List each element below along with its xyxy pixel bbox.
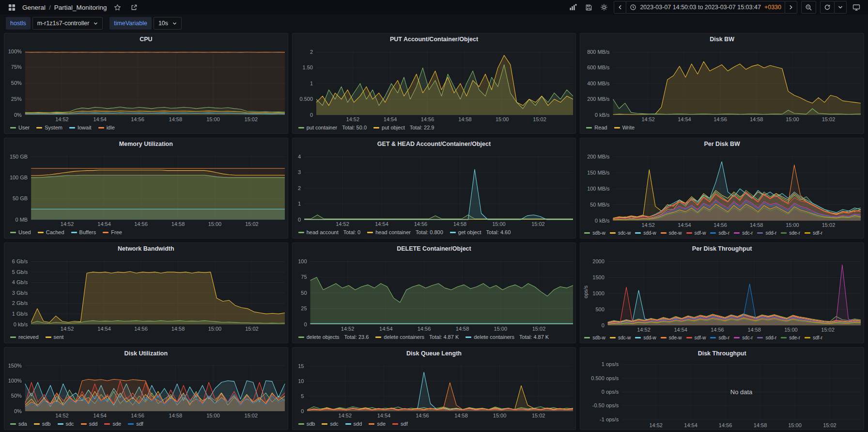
- panel-header[interactable]: Network Bandwidth: [4, 243, 288, 255]
- legend-item[interactable]: sde-r: [781, 335, 800, 340]
- legend-item[interactable]: sde: [104, 421, 121, 427]
- legend-item[interactable]: Write: [614, 125, 635, 130]
- panel-header[interactable]: Disk Throughput: [580, 348, 864, 359]
- dashboard-settings-button[interactable]: [598, 1, 610, 13]
- chart-svg[interactable]: 0%25%50%75%100%14:5214:5414:5614:5815:00…: [6, 45, 288, 124]
- chart-area[interactable]: 0 MB50 GB100 GB150 GB14:5214:5414:5614:5…: [4, 150, 288, 228]
- refresh-interval-dropdown[interactable]: [834, 1, 847, 14]
- zoom-out-time-button[interactable]: [801, 1, 816, 14]
- legend-item[interactable]: User: [10, 125, 30, 130]
- legend-item[interactable]: sde-w: [661, 335, 682, 340]
- chart-area[interactable]: 025507510014:5214:5414:5614:5815:0015:02: [293, 255, 576, 333]
- chart-area[interactable]: -1 ops/s-0.50 ops/s0 ops/s0.500 ops/s1 o…: [580, 359, 864, 430]
- panel-header[interactable]: Disk Utilization: [4, 348, 288, 359]
- chart-area[interactable]: 0 kb/s1 Gb/s2 Gb/s3 Gb/s4 Gb/s5 Gb/s6 Gb…: [4, 255, 288, 333]
- add-panel-button[interactable]: [567, 1, 579, 13]
- time-shift-back-button[interactable]: [614, 1, 626, 14]
- legend-item[interactable]: Buffers: [71, 229, 96, 235]
- legend-item[interactable]: put objectTotal: 22.9: [373, 125, 434, 130]
- chart-svg[interactable]: -1 ops/s-0.50 ops/s0 ops/s0.500 ops/s1 o…: [582, 359, 864, 430]
- tv-kiosk-mode-button[interactable]: [851, 1, 862, 13]
- chart-svg[interactable]: 025507510014:5214:5414:5614:5815:0015:02: [294, 255, 576, 333]
- panel-header[interactable]: Disk Queue Length: [293, 348, 576, 359]
- chart-area[interactable]: 0%25%50%75%100%14:5214:5414:5614:5815:00…: [4, 45, 288, 124]
- chart-svg[interactable]: 0 kB/s200 MB/s400 MB/s600 MB/s800 MB/s14…: [582, 45, 864, 124]
- legend-item[interactable]: delete containersTotal: 4.87 K: [375, 334, 459, 340]
- breadcrumb-section[interactable]: General: [22, 4, 46, 11]
- legend-item[interactable]: sdb-w: [584, 230, 605, 236]
- chart-svg[interactable]: 0 MB50 GB100 GB150 GB14:5214:5414:5614:5…: [6, 150, 288, 228]
- variable-value-dropdown[interactable]: 10s: [154, 17, 182, 30]
- legend-item[interactable]: sdc-r: [734, 230, 753, 236]
- chart-area[interactable]: 0 kB/s50 MB/s100 MB/s150 MB/s200 MB/s14:…: [580, 150, 864, 229]
- chart-area[interactable]: 0 kB/s200 MB/s400 MB/s600 MB/s800 MB/s14…: [580, 45, 864, 124]
- panel-header[interactable]: Disk BW: [580, 33, 864, 45]
- chart-area[interactable]: 0123414:5214:5414:5614:5815:0015:02: [293, 150, 576, 228]
- share-dashboard-button[interactable]: [128, 1, 140, 13]
- legend-item[interactable]: get objectTotal: 4.60: [450, 229, 511, 235]
- legend-item[interactable]: sdd-w: [635, 230, 656, 236]
- refresh-dashboard-button[interactable]: [820, 1, 835, 14]
- legend-item[interactable]: sdd: [81, 421, 98, 427]
- chart-svg[interactable]: 0%50%100%150%14:5214:5414:5614:5815:0015…: [6, 359, 288, 420]
- panel-header[interactable]: DELETE Container/Object: [293, 243, 576, 255]
- panel-header[interactable]: Memory Utilization: [4, 138, 288, 150]
- legend-item[interactable]: System: [36, 125, 62, 130]
- legend-item[interactable]: sdb: [34, 421, 51, 427]
- legend-item[interactable]: sde-r: [781, 230, 800, 236]
- legend-item[interactable]: Free: [103, 229, 122, 235]
- legend-item[interactable]: idle: [98, 125, 115, 130]
- legend-item[interactable]: sdb-r: [710, 335, 729, 340]
- legend-item[interactable]: sdc-r: [734, 335, 753, 340]
- chart-svg[interactable]: 05101514:5214:5414:5614:5815:0015:02: [294, 359, 576, 420]
- legend-item[interactable]: head containerTotal: 0.800: [367, 229, 443, 235]
- legend-item[interactable]: sent: [46, 334, 64, 340]
- legend-item[interactable]: sdc-w: [610, 335, 631, 340]
- legend-item[interactable]: sdd-r: [757, 230, 776, 236]
- chart-area[interactable]: 00.50011.50214:5214:5414:5614:5815:0015:…: [293, 45, 576, 124]
- legend-item[interactable]: sdd: [345, 421, 362, 427]
- legend-item[interactable]: Cached: [38, 229, 64, 235]
- time-shift-forward-button[interactable]: [785, 1, 797, 14]
- save-dashboard-button[interactable]: [583, 1, 594, 13]
- legend-item[interactable]: recieved: [10, 334, 39, 340]
- legend-item[interactable]: sdf-w: [686, 230, 706, 236]
- legend-item[interactable]: sdf: [392, 421, 408, 427]
- chart-area[interactable]: 0%50%100%150%14:5214:5414:5614:5815:0015…: [4, 359, 288, 420]
- legend-item[interactable]: sdf: [128, 421, 143, 427]
- legend-item[interactable]: sdf-r: [805, 335, 822, 340]
- panel-header[interactable]: Per Disk BW: [580, 138, 864, 150]
- legend-item[interactable]: sdc: [322, 421, 338, 427]
- legend-item[interactable]: sdf-w: [686, 335, 706, 340]
- legend-item[interactable]: Iowait: [69, 125, 92, 130]
- legend-item[interactable]: sdd-r: [757, 335, 776, 340]
- legend-item[interactable]: sdd-w: [635, 335, 656, 340]
- legend-item[interactable]: Read: [586, 125, 607, 130]
- legend-item[interactable]: sdc-w: [610, 230, 631, 236]
- legend-item[interactable]: sdb-r: [710, 230, 729, 236]
- chart-area[interactable]: 050010001500200014:5214:5414:5614:5815:0…: [580, 255, 864, 334]
- dashboards-menu-button[interactable]: [6, 1, 17, 13]
- variable-value-dropdown[interactable]: m-r1z1s7-controller: [32, 17, 103, 30]
- chart-svg[interactable]: 050010001500200014:5214:5414:5614:5815:0…: [582, 255, 864, 334]
- panel-header[interactable]: GET & HEAD Account/Container/Object: [293, 138, 576, 150]
- legend-item[interactable]: sdc: [58, 421, 74, 427]
- chart-svg[interactable]: 00.50011.50214:5214:5414:5614:5815:0015:…: [294, 45, 576, 124]
- legend-item[interactable]: sdf-r: [805, 230, 822, 236]
- legend-item[interactable]: sde: [369, 421, 386, 427]
- chart-svg[interactable]: 0 kb/s1 Gb/s2 Gb/s3 Gb/s4 Gb/s5 Gb/s6 Gb…: [6, 255, 288, 333]
- chart-area[interactable]: 05101514:5214:5414:5614:5815:0015:02: [293, 359, 576, 420]
- favorite-star-button[interactable]: [112, 1, 124, 13]
- legend-item[interactable]: sda: [10, 421, 27, 427]
- chart-svg[interactable]: 0 kB/s50 MB/s100 MB/s150 MB/s200 MB/s14:…: [582, 150, 864, 229]
- legend-item[interactable]: delete objectsTotal: 23.6: [298, 334, 369, 340]
- legend-item[interactable]: sdb-w: [584, 335, 605, 340]
- panel-header[interactable]: CPU: [4, 33, 288, 45]
- legend-item[interactable]: sde-w: [661, 230, 682, 236]
- legend-item[interactable]: delete containersTotal: 4.87 K: [465, 334, 549, 340]
- panel-header[interactable]: PUT Account/Container/Object: [293, 33, 576, 45]
- time-range-button[interactable]: 2023-03-07 14:50:03 to 2023-03-07 15:03:…: [626, 1, 785, 14]
- legend-item[interactable]: head accountTotal: 0: [298, 229, 361, 235]
- chart-svg[interactable]: 0123414:5214:5414:5614:5815:0015:02: [294, 150, 576, 228]
- panel-header[interactable]: Per Disk Throughput: [580, 243, 864, 255]
